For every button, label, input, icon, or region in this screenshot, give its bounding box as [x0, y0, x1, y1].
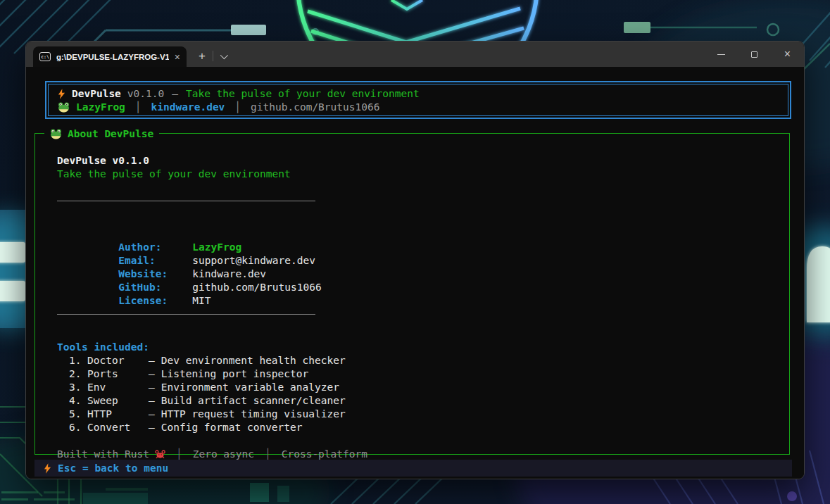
terminal-tab[interactable]: c:\ g:\DEVPULSE-LAZYFROG-V1.0 × — [33, 46, 187, 67]
tool-item: 4.Sweep—Build artifact scanner/cleaner — [57, 394, 789, 408]
lightning-icon — [58, 89, 65, 99]
command-prompt-icon: c:\ — [39, 52, 51, 61]
tool-item: 1.Doctor—Dev environment health checker — [57, 354, 789, 367]
maximize-icon — [751, 51, 757, 58]
crab-icon — [155, 450, 165, 459]
pipe-separator: │ — [135, 101, 142, 114]
info-label: Email: — [118, 254, 192, 267]
info-label: Author: — [118, 241, 192, 254]
info-label: License: — [118, 294, 192, 308]
minimize-button[interactable] — [705, 42, 738, 67]
about-panel-title: About DevPulse — [44, 127, 159, 141]
titlebar-drag-area[interactable] — [226, 42, 705, 67]
frog-icon — [58, 102, 70, 113]
status-hint-text: Esc = back to menu — [58, 462, 168, 475]
website-link: kindware.dev — [151, 101, 225, 114]
about-title-text: About DevPulse — [68, 127, 153, 141]
tab-title: g:\DEVPULSE-LAZYFROG-V1.0 — [56, 53, 169, 61]
frog-icon — [50, 129, 62, 139]
app-name: DevPulse — [72, 87, 121, 101]
pipe-separator: │ — [234, 101, 241, 114]
close-window-button[interactable]: × — [771, 42, 804, 67]
author-name: LazyFrog — [76, 101, 125, 114]
maximize-button[interactable] — [738, 42, 771, 67]
dash-separator: — — [172, 87, 178, 101]
github-link: github.com/Brutus1066 — [251, 101, 379, 114]
about-tagline: Take the pulse of your dev environment — [57, 168, 789, 181]
info-value: MIT — [192, 295, 210, 306]
app-banner-box: DevPulse v0.1.0 — Take the pulse of your… — [45, 81, 791, 119]
new-tab-button[interactable]: + — [199, 50, 206, 62]
tool-item: 6.Convert—Config format converter — [57, 421, 789, 434]
tools-header: Tools included: — [57, 341, 789, 354]
divider-line — [57, 314, 789, 327]
info-value: kindware.dev — [192, 268, 266, 279]
info-value: github.com/Brutus1066 — [192, 282, 321, 293]
minimize-icon — [717, 54, 725, 55]
terminal-screen: DevPulse v0.1.0 — Take the pulse of your… — [26, 67, 804, 479]
about-panel: About DevPulse DevPulse v0.1.0 Take the … — [34, 133, 790, 455]
info-row-author: Author:LazyFrog — [57, 227, 789, 241]
lightning-icon — [44, 463, 51, 474]
info-label: Website: — [118, 267, 192, 281]
app-tagline: Take the pulse of your dev environment — [186, 87, 420, 101]
status-bar: Esc = back to menu — [34, 460, 792, 477]
about-app-title: DevPulse v0.1.0 — [57, 154, 789, 168]
tool-item: 5.HTTP—HTTP request timing visualizer — [57, 408, 789, 421]
close-tab-icon[interactable]: × — [175, 52, 180, 62]
tool-item: 3.Env—Environment variable analyzer — [57, 381, 789, 394]
info-value: support@kindware.dev — [192, 255, 315, 266]
app-version: v0.1.0 — [127, 87, 164, 101]
terminal-window: c:\ g:\DEVPULSE-LAZYFROG-V1.0 × + × Dev — [25, 41, 805, 479]
info-label: GitHub: — [118, 281, 192, 294]
tool-item: 2.Ports—Listening port inspector — [57, 367, 789, 381]
divider-line — [57, 201, 789, 214]
title-bar: c:\ g:\DEVPULSE-LAZYFROG-V1.0 × + × — [26, 42, 804, 67]
tabbar-divider — [213, 51, 213, 61]
info-value: LazyFrog — [192, 241, 241, 253]
